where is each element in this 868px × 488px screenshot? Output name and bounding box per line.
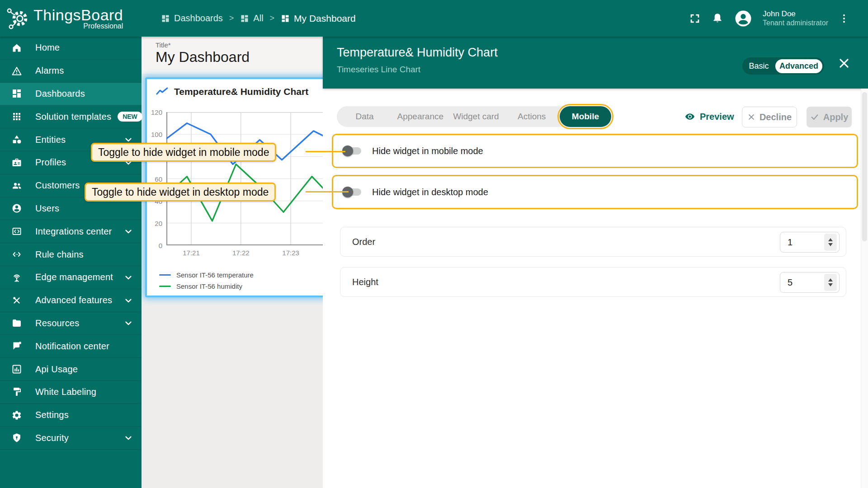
dashboards-icon	[11, 88, 22, 99]
customers-people-icon	[11, 180, 22, 191]
dashboard-grid-icon	[161, 14, 170, 23]
sidebar-item-home[interactable]: Home	[0, 37, 142, 60]
sidebar-item-edge-management[interactable]: Edge management	[0, 266, 142, 289]
preview-button[interactable]: Preview	[684, 106, 734, 127]
scrollbar[interactable]	[861, 89, 868, 488]
sidebar-item-settings[interactable]: Settings	[0, 404, 142, 427]
fullscreen-icon[interactable]	[689, 12, 701, 25]
hide-desktop-row: Hide widget in desktop mode	[332, 175, 858, 209]
hide-mobile-label: Hide widget in mobile mode	[372, 146, 483, 156]
breadcrumb-dashboards[interactable]: Dashboards	[161, 13, 223, 23]
chevron-down-icon[interactable]	[123, 433, 133, 443]
x-icon	[747, 113, 755, 121]
folder-icon	[11, 318, 22, 328]
alarm-warning-icon	[11, 66, 22, 76]
tab-mobile[interactable]: Mobile	[560, 106, 611, 127]
rule-chains-icon	[11, 249, 22, 260]
apply-button[interactable]: Apply	[807, 107, 852, 127]
more-options-kebab-icon[interactable]	[838, 13, 850, 24]
chevron-down-icon[interactable]	[123, 226, 133, 236]
breadcrumb: Dashboards > All > My Dashboard	[142, 13, 356, 24]
sidebar-item-rule-chains[interactable]: Rule chains	[0, 243, 142, 266]
sidebar-item-resources[interactable]: Resources	[0, 312, 142, 335]
drawer-header: Temperature& Humidity Chart Timeseries L…	[323, 37, 868, 89]
close-icon[interactable]	[837, 56, 851, 70]
basic-advanced-toggle: Basic Advanced	[742, 57, 824, 75]
order-field-card: Order	[340, 227, 846, 257]
sidebar-item-security[interactable]: Security	[0, 427, 142, 450]
x-tick-label: 17:23	[282, 249, 299, 257]
breadcrumb-separator: >	[229, 14, 234, 23]
y-tick-label: 0	[159, 242, 162, 249]
dashboard-title-field[interactable]: Title* My Dashboard	[142, 37, 323, 74]
order-input[interactable]	[788, 232, 819, 252]
tab-actions[interactable]: Actions	[504, 112, 560, 122]
y-tick-label: 120	[151, 108, 162, 116]
widget-settings-drawer: Temperature& Humidity Chart Timeseries L…	[323, 37, 868, 488]
x-tick-label: 17:22	[232, 249, 250, 257]
stepper-up-icon[interactable]	[828, 278, 833, 282]
thingsboard-logo[interactable]: ThingsBoard Professional	[0, 0, 142, 37]
advanced-mode-option[interactable]: Advanced	[775, 59, 822, 73]
stepper-up-icon[interactable]	[828, 238, 833, 241]
height-number-box	[780, 272, 840, 293]
chevron-down-icon[interactable]	[123, 296, 133, 305]
tab-appearance[interactable]: Appearance	[392, 112, 448, 122]
user-role: Tenant administrator	[763, 19, 828, 28]
sidebar-item-white-labeling[interactable]: White Labeling	[0, 381, 142, 404]
decline-button[interactable]: Decline	[742, 107, 797, 127]
x-tick-label: 17:21	[183, 249, 200, 257]
breadcrumb-my-dashboard[interactable]: My Dashboard	[281, 13, 356, 24]
sidebar-item-api-usage[interactable]: Api Usage	[0, 358, 142, 381]
notifications-bell-icon[interactable]	[711, 12, 724, 25]
profiles-badge-icon	[11, 157, 22, 168]
sidebar-item-advanced-features[interactable]: Advanced features	[0, 289, 142, 312]
callout-connector-desktop	[306, 191, 349, 192]
timeseries-chart: 020406080100120 17:2117:2217:23	[166, 112, 323, 245]
api-usage-chart-icon	[11, 364, 22, 375]
legend-item[interactable]: Sensor IT-56 temperature	[159, 271, 254, 279]
legend-item[interactable]: Sensor IT-56 humidity	[159, 282, 254, 290]
settings-tabs: Data Appearance Widget card Actions Mobi…	[337, 106, 611, 127]
height-stepper[interactable]	[824, 274, 837, 291]
chevron-down-icon[interactable]	[123, 272, 133, 282]
notification-bubble-icon	[11, 341, 22, 352]
sidebar-item-notification-center[interactable]: Notification center	[0, 335, 142, 358]
sidebar-nav: Home Alarms Dashboards Solution template…	[0, 37, 142, 488]
height-input[interactable]	[788, 272, 819, 292]
widget-title: Temperature& Humidity Chart	[174, 86, 308, 97]
line-chart-icon	[156, 87, 169, 97]
callout-hide-desktop: Toggle to hide widget in desktop mode	[85, 183, 276, 202]
sidebar-item-integrations-center[interactable]: Integrations center	[0, 220, 142, 243]
scrollbar-thumb[interactable]	[862, 92, 867, 241]
drawer-title: Temperature& Humidity Chart	[337, 46, 498, 60]
y-tick-label: 60	[155, 175, 162, 183]
apps-grid-icon	[11, 111, 22, 122]
stepper-down-icon[interactable]	[828, 243, 833, 246]
thingsboard-logo-icon	[5, 6, 31, 31]
hide-mobile-toggle[interactable]	[343, 147, 361, 155]
sidebar-item-dashboards[interactable]: Dashboards	[0, 83, 142, 106]
shield-icon	[11, 432, 22, 443]
eye-icon	[684, 111, 695, 122]
height-label: Height	[352, 277, 378, 287]
legend-color-dash	[159, 274, 171, 276]
stepper-down-icon[interactable]	[828, 283, 833, 286]
tools-icon	[11, 295, 22, 306]
basic-mode-option[interactable]: Basic	[742, 61, 775, 71]
tab-data[interactable]: Data	[337, 112, 392, 122]
callout-hide-mobile: Toggle to hide widget in mobile mode	[91, 143, 276, 162]
callout-connector-mobile	[306, 151, 345, 152]
order-stepper[interactable]	[824, 234, 837, 251]
sidebar-item-solution-templates[interactable]: Solution templates NEW	[0, 105, 142, 128]
dashboard-grid-icon	[240, 14, 249, 23]
user-avatar[interactable]	[734, 9, 753, 28]
breadcrumb-all[interactable]: All	[240, 13, 263, 23]
chevron-down-icon[interactable]	[123, 318, 133, 328]
sidebar-item-alarms[interactable]: Alarms	[0, 60, 142, 83]
legend-label: Sensor IT-56 temperature	[176, 271, 254, 279]
dashboard-title-value[interactable]: My Dashboard	[156, 49, 250, 66]
order-label: Order	[352, 237, 375, 247]
tab-widget-card[interactable]: Widget card	[448, 112, 504, 122]
home-icon	[11, 42, 22, 53]
